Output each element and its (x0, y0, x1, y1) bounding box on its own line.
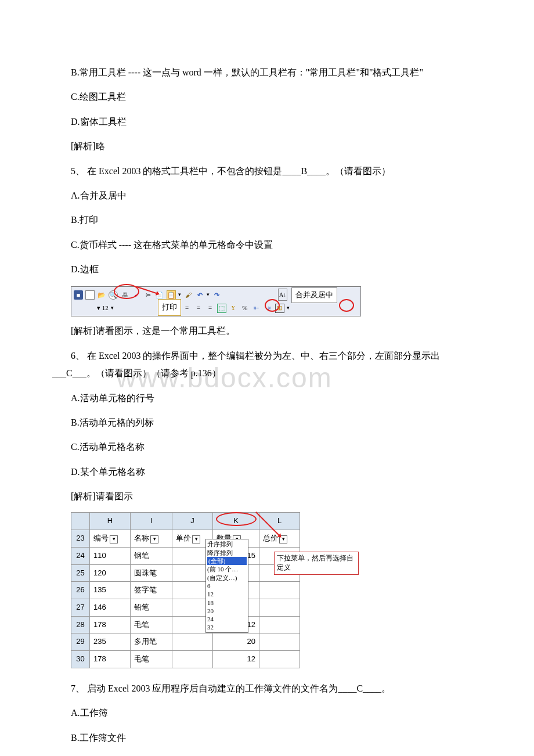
q6-option-a: A.活动单元格的行号 (52, 390, 482, 407)
cell: 135 (90, 582, 131, 599)
cell: 钢笔 (131, 547, 172, 564)
header-cell: 名称▾ (131, 530, 172, 548)
merge-center-icon: ⬚ (217, 304, 226, 313)
redo-icon: ↷ (212, 290, 221, 300)
callout-box: 下拉菜单，然后再选择自定义 (274, 552, 359, 574)
col-header: I (131, 513, 172, 530)
align-center-icon: ≡ (194, 304, 203, 313)
spreadsheet-table: H I J K L 23 编号▾ 名称▾ 单价▾ 数量▾ 总价▾ 24 110 (71, 512, 300, 668)
q5-explanation: [解析]请看图示，这是一个常用工具栏。 (52, 322, 482, 340)
sort-asc-icon: A↓ (278, 289, 287, 301)
dropdown-item: 12 (207, 590, 247, 598)
increase-indent-icon: ⇥ (264, 304, 273, 313)
dropdown-arrow-icon: ▾ (287, 303, 290, 313)
decrease-indent-icon: ⇤ (252, 304, 261, 313)
row-number: 23 (71, 530, 90, 548)
q5-option-c: C.货币样式 ---- 这在格式菜单的单元格命令中设置 (52, 236, 482, 254)
table-row: 26 135 签字笔 (71, 582, 300, 599)
dropdown-item: 32 (207, 623, 247, 631)
cell: 110 (90, 547, 131, 564)
header-cell: 编号▾ (90, 530, 131, 548)
cell (172, 633, 213, 651)
col-header: H (90, 513, 131, 530)
cell (259, 633, 300, 651)
paste-icon: 📋 (167, 290, 176, 300)
align-right-icon: ≡ (205, 304, 215, 313)
print-callout-label: 打印 (158, 299, 181, 316)
row-number: 27 (71, 599, 90, 616)
q5-option-a: A.合并及居中 (52, 187, 482, 204)
table-row: 27 146 铅笔 (71, 599, 300, 616)
dropdown-item: 18 (207, 599, 247, 607)
cell: 铅笔 (131, 599, 172, 616)
dropdown-item: (自定义…) (207, 574, 247, 582)
cell (172, 650, 213, 668)
toolbar-illustration: ■ 📂 🔍 🖶 ✔ ✂ 📄 📋 ▾ 🖌 ↶ ▾ ↷ A↓ (71, 286, 482, 317)
cell: 圆珠笔 (131, 564, 172, 582)
cell (259, 650, 300, 668)
dropdown-item: 6 (207, 582, 247, 590)
q4-option-b: B.常用工具栏 ---- 这一点与 word 一样，默认的工具栏有："常用工具栏… (52, 64, 482, 81)
cell: 毛笔 (131, 650, 172, 668)
q7-stem: 7、 启动 Excel 2003 应用程序后自动建立的工作簿文件的文件名为___… (52, 680, 482, 697)
row-number: 30 (71, 650, 90, 668)
copy-icon: 📄 (155, 290, 164, 300)
spellcheck-icon: ✔ (132, 290, 141, 300)
q4-explanation: [解析]略 (52, 138, 482, 155)
cell: 178 (90, 650, 131, 668)
document-body: B.常用工具栏 ---- 这一点与 word 一样，默认的工具栏有："常用工具栏… (52, 64, 482, 747)
align-left-icon: ≡ (182, 304, 192, 313)
cell: 178 (90, 616, 131, 633)
save-icon: ■ (74, 290, 83, 300)
q4-option-c: C.绘图工具栏 (52, 88, 482, 106)
row-number: 24 (71, 547, 90, 564)
table-row: 28 178 毛笔 12 (71, 616, 300, 633)
toolbar-row-2: ▾ 12 ▾ U ≡ ≡ ≡ ⬚ ¥ % ⇤ ⇥ ⊞ ▾ (74, 302, 358, 314)
cell: 12 (213, 650, 259, 668)
spreadsheet-illustration: H I J K L 23 编号▾ 名称▾ 单价▾ 数量▾ 总价▾ 24 110 (71, 512, 482, 674)
row-number: 26 (71, 582, 90, 599)
dropdown-item: 降序排列 (207, 549, 247, 557)
open-icon: 📂 (97, 290, 106, 300)
dropdown-item: 20 (207, 607, 247, 615)
dropdown-item: (全部) (207, 557, 247, 565)
dropdown-arrow-icon: ▾ (111, 303, 114, 313)
table-row: 30 178 毛笔 12 (71, 650, 300, 668)
print-icon: 🖶 (120, 290, 129, 300)
undo-icon: ↶ (195, 290, 204, 300)
cell: 毛笔 (131, 616, 172, 633)
border-icon: ⊞ (275, 304, 284, 313)
q5-option-d: D.边框 (52, 261, 482, 278)
cell: 235 (90, 633, 131, 651)
filter-dropdown-icon: ▾ (192, 535, 200, 543)
percent-icon: % (240, 304, 250, 313)
col-header: J (172, 513, 213, 530)
font-size-dropdown: ▾ 12 (97, 302, 109, 314)
dropdown-item: (前 10 个… (207, 565, 247, 573)
cell: 多用笔 (131, 633, 172, 651)
col-header: K (213, 513, 259, 530)
q7-option-a: A.工作簿 (52, 704, 482, 722)
q6-option-d: D.某个单元格名称 (52, 463, 482, 481)
row-number: 25 (71, 564, 90, 582)
new-doc-icon (85, 290, 95, 300)
q6-explanation: [解析]请看图示 (52, 488, 482, 505)
header-row: 23 编号▾ 名称▾ 单价▾ 数量▾ 总价▾ (71, 530, 300, 548)
cell: 146 (90, 599, 131, 616)
table-row: 29 235 多用笔 20 (71, 633, 300, 651)
table-row: 25 120 圆珠笔 (71, 564, 300, 582)
cell: 签字笔 (131, 582, 172, 599)
q6-option-b: B.活动单元格的列标 (52, 414, 482, 431)
dropdown-arrow-icon: ▾ (207, 290, 210, 300)
cell (259, 582, 300, 599)
currency-icon: ¥ (229, 304, 238, 313)
merge-callout-label: 合并及居中 (291, 287, 337, 303)
dropdown-arrow-icon: ▾ (178, 290, 181, 300)
cell (259, 616, 300, 633)
cell: 120 (90, 564, 131, 582)
dropdown-item: 升序排列 (207, 540, 247, 548)
q4-option-d: D.窗体工具栏 (52, 113, 482, 131)
table-row: 24 110 钢笔 15 (71, 547, 300, 564)
filter-dropdown-panel: 升序排列 降序排列 (全部) (前 10 个… (自定义…) 6 12 18 2… (205, 539, 248, 632)
q5-option-b: B.打印 (52, 211, 482, 229)
